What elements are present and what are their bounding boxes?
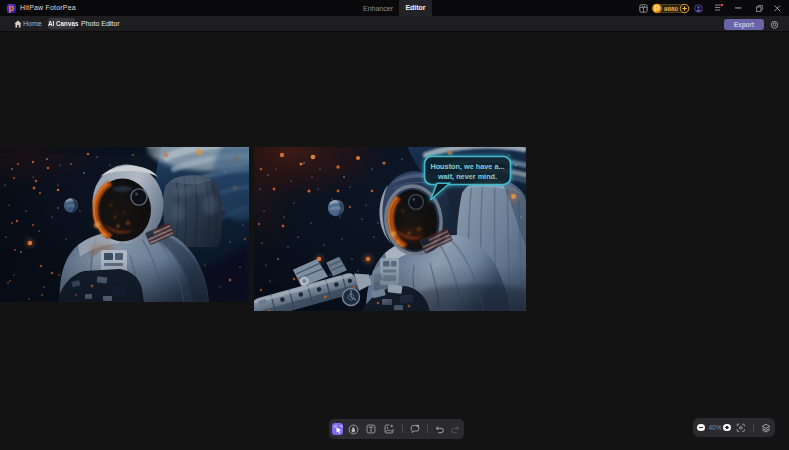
svg-text:9880: 9880	[664, 6, 679, 12]
